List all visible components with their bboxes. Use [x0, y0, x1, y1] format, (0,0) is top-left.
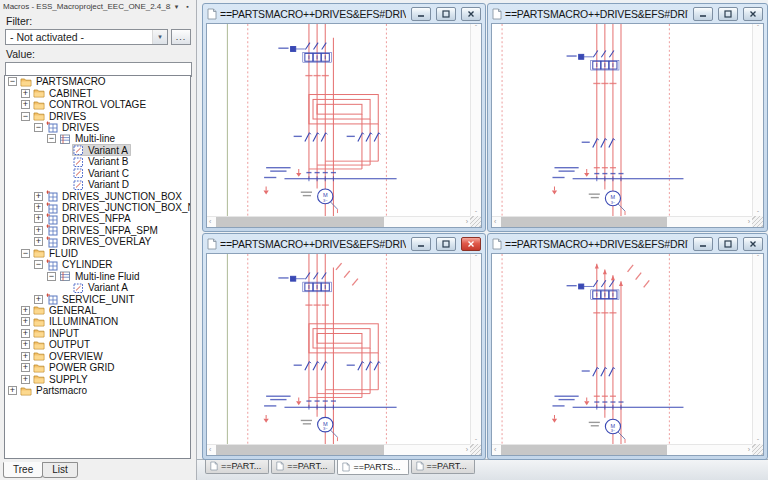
resize-grip[interactable] — [470, 216, 481, 227]
expand-icon[interactable]: + — [21, 375, 30, 384]
expand-icon[interactable]: + — [34, 226, 43, 235]
expand-icon[interactable]: + — [34, 237, 43, 246]
expand-icon[interactable]: + — [34, 295, 43, 304]
tree-item-drives-overlay[interactable]: +DRIVES_OVERLAY — [5, 236, 190, 247]
tree-item-illumination[interactable]: +ILLUMINATION — [5, 316, 190, 327]
tree-item-variant-a[interactable]: Variant A — [5, 145, 190, 156]
tree-item-input[interactable]: +INPUT — [5, 328, 190, 339]
page-tab-2[interactable]: ==PART... — [271, 459, 335, 474]
tree-item-output[interactable]: +OUTPUT — [5, 339, 190, 350]
tree-item-drives-junction-box[interactable]: +DRIVES_JUNCTION_BOX — [5, 190, 190, 201]
scroll-left-icon[interactable]: ‹ — [209, 217, 211, 227]
collapse-icon[interactable]: − — [47, 272, 56, 281]
close-button[interactable] — [743, 7, 763, 21]
expand-icon[interactable]: + — [21, 352, 30, 361]
maximize-button[interactable] — [718, 7, 738, 21]
page-tab-1[interactable]: ==PART... — [205, 459, 269, 474]
minimize-button[interactable] — [693, 237, 713, 251]
child-window-titlebar[interactable]: ==PARTSMACRO++DRIVES&EFS#DRIVE... — [491, 234, 764, 253]
tree-item-cylinder[interactable]: −CYLINDER — [5, 259, 190, 270]
close-button[interactable] — [461, 7, 481, 21]
expand-icon[interactable]: + — [21, 317, 30, 326]
scroll-left-icon[interactable]: ‹ — [494, 445, 496, 455]
schematic-canvas[interactable]: M3~ — [207, 24, 470, 216]
vertical-scrollbar[interactable]: ˆˇ — [470, 254, 481, 444]
expand-icon[interactable]: + — [34, 214, 43, 223]
scroll-up-icon[interactable]: ˆ — [475, 24, 477, 30]
tree-item-fluid[interactable]: −FLUID — [5, 248, 190, 259]
collapse-icon[interactable]: − — [8, 77, 17, 86]
tree-item-service-unit[interactable]: +SERVICE_UNIT — [5, 293, 190, 304]
expand-icon[interactable]: + — [21, 100, 30, 109]
scroll-up-icon[interactable]: ˆ — [757, 24, 759, 30]
expand-icon[interactable]: + — [21, 340, 30, 349]
minimize-button[interactable] — [411, 237, 431, 251]
vertical-scrollbar[interactable]: ˆˇ — [752, 24, 763, 216]
horizontal-scrollbar[interactable]: ‹› — [207, 216, 470, 227]
vertical-scrollbar[interactable]: ˆˇ — [752, 254, 763, 444]
tree-item-partsmacro[interactable]: +Partsmacro — [5, 385, 190, 396]
expand-icon[interactable]: + — [8, 386, 17, 395]
tree-item-multi-line-fluid[interactable]: −Multi-line Fluid — [5, 270, 190, 281]
tree-item-multi-line[interactable]: −Multi-line — [5, 133, 190, 144]
expand-icon[interactable]: + — [21, 363, 30, 372]
chevron-down-icon[interactable]: ▾ — [152, 30, 167, 44]
scroll-right-icon[interactable]: › — [466, 217, 468, 227]
collapse-icon[interactable]: − — [21, 112, 30, 121]
maximize-button[interactable] — [436, 237, 456, 251]
child-window-titlebar[interactable]: ==PARTSMACRO++DRIVES&EFS#DRIVE... — [491, 4, 764, 23]
pin-icon[interactable]: ▪ — [182, 3, 193, 10]
maximize-button[interactable] — [718, 237, 738, 251]
minimize-button[interactable] — [693, 7, 713, 21]
tree-item-variant-c[interactable]: Variant C — [5, 168, 190, 179]
close-button[interactable] — [461, 237, 481, 251]
horizontal-scrollbar[interactable]: ‹› — [207, 444, 470, 455]
child-window-titlebar[interactable]: ==PARTSMACRO++DRIVES&EFS#DRIVE... — [206, 234, 482, 253]
tree-item-supply[interactable]: +SUPPLY — [5, 373, 190, 384]
tree-item-drives[interactable]: −DRIVES — [5, 110, 190, 121]
tree-item-cabinet[interactable]: +CABINET — [5, 87, 190, 98]
filter-combobox[interactable]: - Not activated - ▾ — [5, 29, 168, 45]
resize-grip[interactable] — [752, 444, 763, 455]
scroll-up-icon[interactable]: ˆ — [475, 254, 477, 260]
panel-tab-tree[interactable]: Tree — [3, 462, 43, 478]
schematic-canvas[interactable]: M3~ — [492, 254, 752, 444]
tree-item-variant-a[interactable]: Variant A — [5, 282, 190, 293]
scroll-up-icon[interactable]: ˆ — [757, 254, 759, 260]
collapse-icon[interactable]: − — [34, 260, 43, 269]
tree-item-drives-nfpa[interactable]: +DRIVES_NFPA — [5, 213, 190, 224]
scrollbar-thumb[interactable] — [501, 217, 667, 227]
tree-item-control-voltage[interactable]: +CONTROL VOLTAGE — [5, 99, 190, 110]
child-window-titlebar[interactable]: ==PARTSMACRO++DRIVES&EFS#DRIVE... — [206, 4, 482, 23]
horizontal-scrollbar[interactable]: ‹› — [492, 216, 752, 227]
tree-item-drives-junction-box-nfpa[interactable]: +DRIVES_JUNCTION_BOX_NFPA — [5, 202, 190, 213]
vertical-scrollbar[interactable]: ˆˇ — [470, 24, 481, 216]
collapse-icon[interactable]: − — [47, 134, 56, 143]
tree-item-overview[interactable]: +OVERVIEW — [5, 351, 190, 362]
tree-item-variant-d[interactable]: Variant D — [5, 179, 190, 190]
collapse-icon[interactable]: − — [21, 249, 30, 258]
resize-grip[interactable] — [470, 444, 481, 455]
tree-item-general[interactable]: +GENERAL — [5, 305, 190, 316]
page-tab-4[interactable]: ==PART... — [411, 459, 475, 474]
close-button[interactable] — [743, 237, 763, 251]
scrollbar-thumb[interactable] — [216, 217, 384, 227]
tree-item-power-grid[interactable]: +POWER GRID — [5, 362, 190, 373]
scroll-right-icon[interactable]: › — [748, 217, 750, 227]
tree-item-partsmacro[interactable]: −PARTSMACRO — [5, 76, 190, 87]
tree-item-drives-nfpa-spm[interactable]: +DRIVES_NFPA_SPM — [5, 225, 190, 236]
scroll-left-icon[interactable]: ‹ — [209, 445, 211, 455]
maximize-button[interactable] — [436, 7, 456, 21]
expand-icon[interactable]: + — [34, 192, 43, 201]
scroll-left-icon[interactable]: ‹ — [494, 217, 496, 227]
scroll-right-icon[interactable]: › — [466, 445, 468, 455]
schematic-canvas[interactable]: M3~ — [207, 254, 470, 444]
filter-browse-button[interactable]: ... — [171, 29, 191, 45]
minimize-button[interactable] — [411, 7, 431, 21]
panel-tab-list[interactable]: List — [42, 462, 78, 478]
tree-item-variant-b[interactable]: Variant B — [5, 156, 190, 167]
chevron-down-icon[interactable]: ▾ — [171, 3, 182, 11]
page-tab-3[interactable]: ==PARTS... — [337, 459, 408, 475]
schematic-canvas[interactable]: M3~ — [492, 24, 752, 216]
scrollbar-thumb[interactable] — [501, 445, 667, 455]
